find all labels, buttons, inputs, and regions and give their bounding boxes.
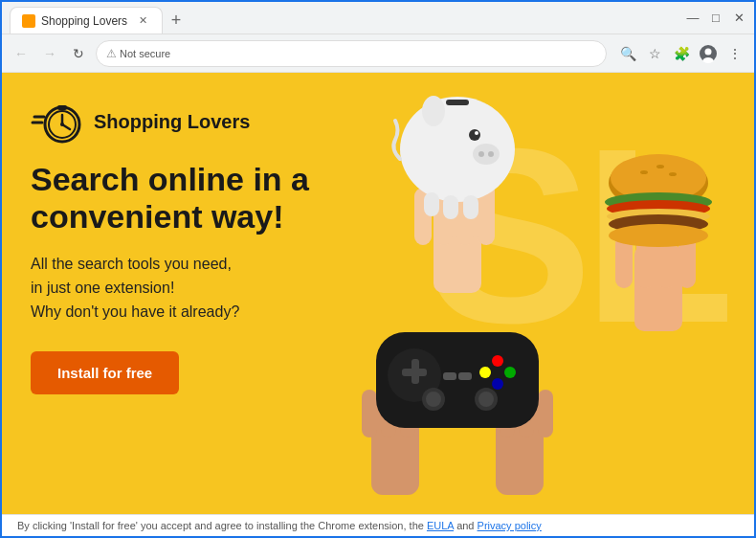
toolbar-icons: 🔍 ☆ 🧩 ⋮: [616, 42, 746, 65]
close-button[interactable]: ✕: [731, 11, 746, 26]
address-bar: ← → ↻ ⚠ Not secure 🔍 ☆ 🧩 ⋮: [2, 34, 754, 73]
svg-point-26: [640, 170, 648, 174]
svg-point-49: [479, 367, 491, 378]
bookmark-icon[interactable]: ☆: [643, 42, 666, 65]
svg-rect-35: [362, 390, 377, 437]
footer-bar: By clicking 'Install for free' you accep…: [2, 514, 754, 536]
back-button[interactable]: ←: [10, 42, 33, 65]
refresh-button[interactable]: ↻: [67, 42, 90, 65]
svg-point-48: [492, 378, 503, 390]
svg-rect-50: [443, 372, 456, 380]
svg-point-14: [488, 151, 494, 157]
footer-text: By clicking 'Install for free' you accep…: [17, 520, 427, 531]
svg-point-1: [705, 48, 712, 55]
install-button[interactable]: Install for free: [31, 351, 179, 394]
svg-point-47: [504, 367, 516, 378]
search-icon[interactable]: 🔍: [616, 42, 639, 65]
logo-area: Shopping Lovers: [31, 96, 356, 147]
forward-button[interactable]: →: [38, 42, 61, 65]
svg-point-27: [656, 165, 664, 168]
product-images-area: [295, 73, 754, 514]
tab-bar: Shopping Lovers ✕ +: [10, 2, 189, 34]
svg-point-33: [609, 224, 708, 247]
svg-rect-39: [538, 390, 553, 437]
browser-titlebar: Shopping Lovers ✕ + — □ ✕: [2, 2, 754, 34]
svg-point-11: [475, 131, 478, 135]
window-controls: — □ ✕: [685, 11, 746, 26]
svg-rect-16: [424, 192, 439, 216]
warning-icon: ⚠: [106, 47, 117, 60]
subtext: All the search tools you need, in just o…: [31, 253, 356, 324]
privacy-link[interactable]: Privacy policy: [478, 520, 542, 531]
left-panel: Shopping Lovers Search online in a conve…: [2, 73, 356, 394]
svg-rect-45: [411, 359, 419, 384]
svg-point-10: [469, 129, 480, 141]
new-tab-button[interactable]: +: [163, 7, 189, 34]
tab-title: Shopping Lovers: [41, 14, 129, 28]
active-tab[interactable]: Shopping Lovers ✕: [10, 7, 163, 34]
svg-rect-18: [463, 195, 478, 219]
tab-favicon: [22, 14, 35, 28]
security-indicator: ⚠ Not secure: [106, 47, 170, 60]
not-secure-label: Not secure: [120, 48, 170, 59]
svg-point-53: [426, 392, 441, 407]
menu-icon[interactable]: ⋮: [723, 42, 746, 65]
burger-image: [582, 130, 735, 331]
headline: Search online in a convenient way!: [31, 161, 356, 235]
minimize-button[interactable]: —: [685, 11, 700, 26]
svg-rect-17: [443, 195, 458, 219]
tab-close-button[interactable]: ✕: [135, 13, 150, 29]
svg-rect-9: [446, 100, 469, 105]
gamepad-image: [352, 303, 563, 495]
url-bar[interactable]: ⚠ Not secure: [96, 40, 607, 67]
svg-point-2: [703, 57, 714, 63]
svg-point-13: [478, 151, 484, 157]
svg-rect-51: [458, 372, 472, 380]
svg-point-12: [473, 144, 500, 165]
svg-point-63: [60, 123, 64, 126]
footer-between: and: [454, 520, 477, 531]
svg-point-28: [669, 172, 677, 176]
profile-icon[interactable]: [697, 42, 720, 65]
page-content: SL: [2, 73, 754, 514]
logo-svg: [31, 96, 82, 147]
piggy-bank-image: [371, 73, 544, 293]
maximize-button[interactable]: □: [708, 11, 723, 26]
brand-name: Shopping Lovers: [94, 110, 250, 133]
eula-link[interactable]: EULA: [427, 520, 454, 531]
browser-frame: Shopping Lovers ✕ + — □ ✕ ← → ↻ ⚠ Not se…: [0, 0, 756, 538]
svg-rect-62: [57, 105, 67, 110]
svg-point-15: [422, 96, 445, 126]
svg-point-46: [492, 355, 503, 367]
extensions-icon[interactable]: 🧩: [670, 42, 693, 65]
svg-point-55: [478, 392, 494, 407]
